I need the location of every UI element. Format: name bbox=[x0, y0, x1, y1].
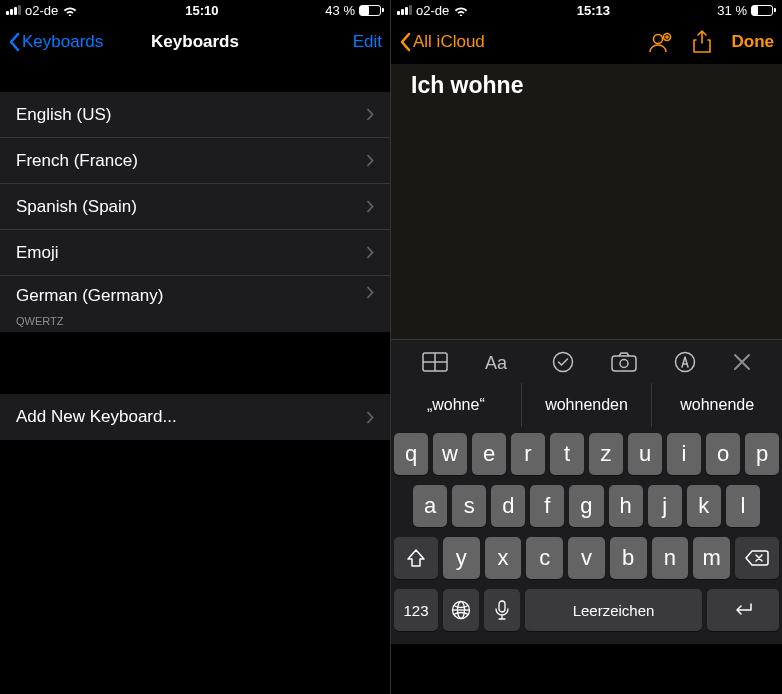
nav-title: Keyboards bbox=[151, 32, 239, 52]
key-y[interactable]: y bbox=[443, 537, 480, 579]
signal-icon bbox=[397, 5, 412, 15]
keyboard-row[interactable]: Spanish (Spain) bbox=[0, 184, 390, 230]
key-e[interactable]: e bbox=[472, 433, 506, 475]
key-f[interactable]: f bbox=[530, 485, 564, 527]
chevron-left-icon bbox=[399, 32, 411, 52]
done-button[interactable]: Done bbox=[732, 32, 775, 52]
keyboard-label: French (France) bbox=[16, 151, 138, 171]
key-v[interactable]: v bbox=[568, 537, 605, 579]
delete-key[interactable] bbox=[735, 537, 779, 579]
close-toolbar-icon[interactable] bbox=[733, 353, 751, 371]
table-icon[interactable] bbox=[422, 352, 448, 372]
suggestion-bar: „wohne“ wohnenden wohnende bbox=[391, 383, 782, 427]
keyboard-label: Spanish (Spain) bbox=[16, 197, 137, 217]
mic-icon bbox=[495, 600, 509, 620]
key-m[interactable]: m bbox=[693, 537, 730, 579]
wifi-icon bbox=[453, 4, 469, 16]
keyboard-row[interactable]: Emoji bbox=[0, 230, 390, 276]
format-toolbar: Aa bbox=[391, 339, 782, 383]
keyboard-row-3: y x c v b n m bbox=[394, 537, 779, 579]
nav-bar: Keyboards Keyboards Edit bbox=[0, 20, 390, 64]
svg-point-11 bbox=[676, 352, 695, 371]
globe-key[interactable] bbox=[443, 589, 479, 631]
keyboard: q w e r t z u i o p a s d f g h j k l y … bbox=[391, 427, 782, 644]
chevron-right-icon bbox=[366, 286, 374, 299]
key-a[interactable]: a bbox=[413, 485, 447, 527]
share-icon[interactable] bbox=[692, 30, 712, 54]
key-o[interactable]: o bbox=[706, 433, 740, 475]
chevron-right-icon bbox=[366, 200, 374, 213]
key-s[interactable]: s bbox=[452, 485, 486, 527]
key-i[interactable]: i bbox=[667, 433, 701, 475]
delete-icon bbox=[745, 549, 769, 567]
numbers-key[interactable]: 123 bbox=[394, 589, 438, 631]
return-icon bbox=[732, 602, 754, 618]
key-t[interactable]: t bbox=[550, 433, 584, 475]
keyboard-label: Emoji bbox=[16, 243, 59, 263]
key-l[interactable]: l bbox=[726, 485, 760, 527]
globe-icon bbox=[451, 600, 471, 620]
return-key[interactable] bbox=[707, 589, 779, 631]
keyboard-row-4: 123 Leerzeichen bbox=[394, 589, 779, 631]
key-r[interactable]: r bbox=[511, 433, 545, 475]
shift-icon bbox=[406, 549, 426, 567]
time-label: 15:13 bbox=[577, 3, 610, 18]
svg-text:Aa: Aa bbox=[485, 353, 508, 372]
svg-point-0 bbox=[653, 35, 662, 44]
key-w[interactable]: w bbox=[433, 433, 467, 475]
back-label: All iCloud bbox=[413, 32, 485, 52]
key-q[interactable]: q bbox=[394, 433, 428, 475]
key-c[interactable]: c bbox=[526, 537, 563, 579]
wifi-icon bbox=[62, 4, 78, 16]
dictation-key[interactable] bbox=[484, 589, 520, 631]
back-button[interactable]: All iCloud bbox=[399, 32, 485, 52]
svg-point-10 bbox=[620, 359, 628, 367]
note-body[interactable] bbox=[391, 107, 782, 339]
add-keyboard-row[interactable]: Add New Keyboard... bbox=[0, 394, 390, 440]
keyboard-label: German (Germany) bbox=[16, 286, 163, 306]
key-j[interactable]: j bbox=[648, 485, 682, 527]
svg-rect-9 bbox=[612, 356, 636, 371]
key-d[interactable]: d bbox=[491, 485, 525, 527]
key-x[interactable]: x bbox=[485, 537, 522, 579]
back-label: Keyboards bbox=[22, 32, 103, 52]
carrier-label: o2-de bbox=[416, 3, 449, 18]
key-u[interactable]: u bbox=[628, 433, 662, 475]
status-bar: o2-de 15:13 31 % bbox=[391, 0, 782, 20]
suggestion[interactable]: wohnenden bbox=[522, 383, 653, 427]
key-p[interactable]: p bbox=[745, 433, 779, 475]
key-b[interactable]: b bbox=[610, 537, 647, 579]
checklist-icon[interactable] bbox=[552, 351, 574, 373]
shift-key[interactable] bbox=[394, 537, 438, 579]
text-format-icon[interactable]: Aa bbox=[485, 352, 515, 372]
key-n[interactable]: n bbox=[652, 537, 689, 579]
chevron-right-icon bbox=[366, 246, 374, 259]
key-k[interactable]: k bbox=[687, 485, 721, 527]
battery-icon bbox=[751, 5, 776, 16]
collaborate-icon[interactable] bbox=[648, 31, 672, 53]
chevron-left-icon bbox=[8, 32, 20, 52]
keyboard-row[interactable]: English (US) bbox=[0, 92, 390, 138]
keyboard-label: English (US) bbox=[16, 105, 111, 125]
add-keyboard-section: Add New Keyboard... bbox=[0, 394, 390, 440]
svg-rect-15 bbox=[499, 601, 505, 612]
space-key[interactable]: Leerzeichen bbox=[525, 589, 702, 631]
camera-icon[interactable] bbox=[611, 352, 637, 372]
signal-icon bbox=[6, 5, 21, 15]
keyboard-row[interactable]: German (Germany) QWERTZ bbox=[0, 276, 390, 332]
note-title[interactable]: Ich wohne bbox=[391, 64, 782, 107]
keyboard-row[interactable]: French (France) bbox=[0, 138, 390, 184]
suggestion[interactable]: „wohne“ bbox=[391, 383, 522, 427]
back-button[interactable]: Keyboards bbox=[8, 32, 103, 52]
battery-icon bbox=[359, 5, 384, 16]
key-h[interactable]: h bbox=[609, 485, 643, 527]
battery-pct-label: 31 % bbox=[717, 3, 747, 18]
time-label: 15:10 bbox=[185, 3, 218, 18]
carrier-label: o2-de bbox=[25, 3, 58, 18]
key-g[interactable]: g bbox=[569, 485, 603, 527]
suggestion[interactable]: wohnende bbox=[652, 383, 782, 427]
settings-keyboards-screen: o2-de 15:10 43 % Keyboards Keyboards Edi… bbox=[0, 0, 391, 694]
key-z[interactable]: z bbox=[589, 433, 623, 475]
edit-button[interactable]: Edit bbox=[353, 32, 382, 52]
markup-icon[interactable] bbox=[674, 351, 696, 373]
